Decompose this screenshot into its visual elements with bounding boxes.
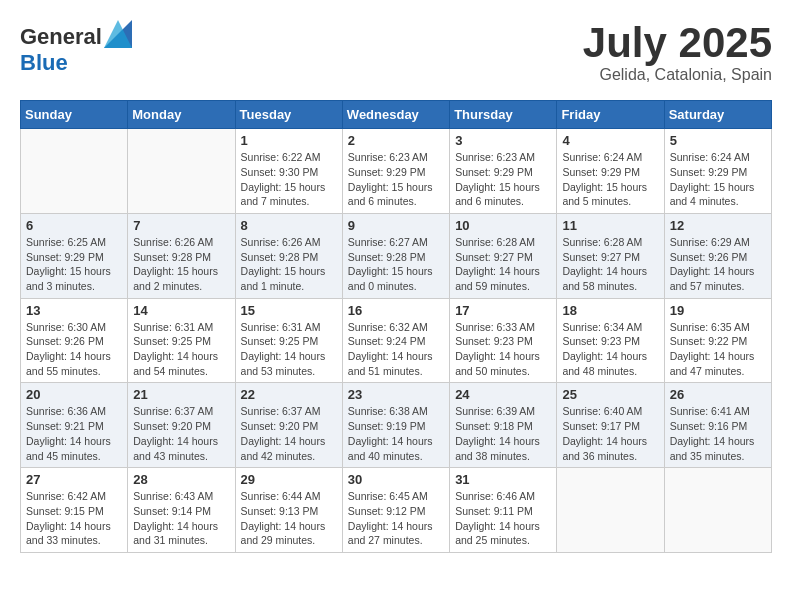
week-row-5: 27Sunrise: 6:42 AM Sunset: 9:15 PM Dayli… bbox=[21, 468, 772, 553]
week-row-1: 1Sunrise: 6:22 AM Sunset: 9:30 PM Daylig… bbox=[21, 129, 772, 214]
month-title: July 2025 bbox=[583, 20, 772, 66]
day-number: 31 bbox=[455, 472, 551, 487]
logo-block: General Blue bbox=[20, 20, 132, 76]
day-number: 26 bbox=[670, 387, 766, 402]
day-info: Sunrise: 6:23 AM Sunset: 9:29 PM Dayligh… bbox=[348, 150, 444, 209]
calendar-cell: 18Sunrise: 6:34 AM Sunset: 9:23 PM Dayli… bbox=[557, 298, 664, 383]
week-row-3: 13Sunrise: 6:30 AM Sunset: 9:26 PM Dayli… bbox=[21, 298, 772, 383]
week-row-2: 6Sunrise: 6:25 AM Sunset: 9:29 PM Daylig… bbox=[21, 213, 772, 298]
day-number: 18 bbox=[562, 303, 658, 318]
day-info: Sunrise: 6:41 AM Sunset: 9:16 PM Dayligh… bbox=[670, 404, 766, 463]
weekday-header-friday: Friday bbox=[557, 101, 664, 129]
day-info: Sunrise: 6:37 AM Sunset: 9:20 PM Dayligh… bbox=[133, 404, 229, 463]
calendar-cell: 2Sunrise: 6:23 AM Sunset: 9:29 PM Daylig… bbox=[342, 129, 449, 214]
week-row-4: 20Sunrise: 6:36 AM Sunset: 9:21 PM Dayli… bbox=[21, 383, 772, 468]
day-number: 6 bbox=[26, 218, 122, 233]
day-number: 13 bbox=[26, 303, 122, 318]
calendar-cell: 17Sunrise: 6:33 AM Sunset: 9:23 PM Dayli… bbox=[450, 298, 557, 383]
day-info: Sunrise: 6:32 AM Sunset: 9:24 PM Dayligh… bbox=[348, 320, 444, 379]
day-number: 8 bbox=[241, 218, 337, 233]
day-number: 22 bbox=[241, 387, 337, 402]
day-info: Sunrise: 6:39 AM Sunset: 9:18 PM Dayligh… bbox=[455, 404, 551, 463]
day-number: 15 bbox=[241, 303, 337, 318]
day-number: 2 bbox=[348, 133, 444, 148]
calendar-cell bbox=[128, 129, 235, 214]
calendar-cell: 29Sunrise: 6:44 AM Sunset: 9:13 PM Dayli… bbox=[235, 468, 342, 553]
calendar-cell: 24Sunrise: 6:39 AM Sunset: 9:18 PM Dayli… bbox=[450, 383, 557, 468]
calendar-cell: 20Sunrise: 6:36 AM Sunset: 9:21 PM Dayli… bbox=[21, 383, 128, 468]
weekday-header-tuesday: Tuesday bbox=[235, 101, 342, 129]
calendar-cell bbox=[21, 129, 128, 214]
weekday-header-saturday: Saturday bbox=[664, 101, 771, 129]
day-info: Sunrise: 6:42 AM Sunset: 9:15 PM Dayligh… bbox=[26, 489, 122, 548]
calendar-cell: 30Sunrise: 6:45 AM Sunset: 9:12 PM Dayli… bbox=[342, 468, 449, 553]
day-info: Sunrise: 6:24 AM Sunset: 9:29 PM Dayligh… bbox=[562, 150, 658, 209]
calendar-cell: 28Sunrise: 6:43 AM Sunset: 9:14 PM Dayli… bbox=[128, 468, 235, 553]
day-number: 30 bbox=[348, 472, 444, 487]
day-number: 14 bbox=[133, 303, 229, 318]
day-info: Sunrise: 6:46 AM Sunset: 9:11 PM Dayligh… bbox=[455, 489, 551, 548]
day-info: Sunrise: 6:33 AM Sunset: 9:23 PM Dayligh… bbox=[455, 320, 551, 379]
calendar-cell: 21Sunrise: 6:37 AM Sunset: 9:20 PM Dayli… bbox=[128, 383, 235, 468]
calendar-cell: 9Sunrise: 6:27 AM Sunset: 9:28 PM Daylig… bbox=[342, 213, 449, 298]
day-info: Sunrise: 6:22 AM Sunset: 9:30 PM Dayligh… bbox=[241, 150, 337, 209]
day-info: Sunrise: 6:38 AM Sunset: 9:19 PM Dayligh… bbox=[348, 404, 444, 463]
calendar-cell: 8Sunrise: 6:26 AM Sunset: 9:28 PM Daylig… bbox=[235, 213, 342, 298]
calendar-cell: 10Sunrise: 6:28 AM Sunset: 9:27 PM Dayli… bbox=[450, 213, 557, 298]
logo: General Blue bbox=[20, 20, 132, 76]
day-info: Sunrise: 6:27 AM Sunset: 9:28 PM Dayligh… bbox=[348, 235, 444, 294]
day-number: 4 bbox=[562, 133, 658, 148]
calendar-cell: 22Sunrise: 6:37 AM Sunset: 9:20 PM Dayli… bbox=[235, 383, 342, 468]
day-info: Sunrise: 6:36 AM Sunset: 9:21 PM Dayligh… bbox=[26, 404, 122, 463]
day-info: Sunrise: 6:26 AM Sunset: 9:28 PM Dayligh… bbox=[133, 235, 229, 294]
day-number: 7 bbox=[133, 218, 229, 233]
calendar-cell: 27Sunrise: 6:42 AM Sunset: 9:15 PM Dayli… bbox=[21, 468, 128, 553]
calendar-cell: 6Sunrise: 6:25 AM Sunset: 9:29 PM Daylig… bbox=[21, 213, 128, 298]
day-info: Sunrise: 6:25 AM Sunset: 9:29 PM Dayligh… bbox=[26, 235, 122, 294]
calendar-cell: 14Sunrise: 6:31 AM Sunset: 9:25 PM Dayli… bbox=[128, 298, 235, 383]
calendar-cell: 5Sunrise: 6:24 AM Sunset: 9:29 PM Daylig… bbox=[664, 129, 771, 214]
weekday-header-thursday: Thursday bbox=[450, 101, 557, 129]
calendar-cell: 13Sunrise: 6:30 AM Sunset: 9:26 PM Dayli… bbox=[21, 298, 128, 383]
calendar-cell: 25Sunrise: 6:40 AM Sunset: 9:17 PM Dayli… bbox=[557, 383, 664, 468]
day-number: 10 bbox=[455, 218, 551, 233]
day-number: 19 bbox=[670, 303, 766, 318]
day-info: Sunrise: 6:31 AM Sunset: 9:25 PM Dayligh… bbox=[133, 320, 229, 379]
logo-icon bbox=[104, 20, 132, 48]
day-number: 27 bbox=[26, 472, 122, 487]
day-number: 5 bbox=[670, 133, 766, 148]
day-info: Sunrise: 6:45 AM Sunset: 9:12 PM Dayligh… bbox=[348, 489, 444, 548]
day-info: Sunrise: 6:23 AM Sunset: 9:29 PM Dayligh… bbox=[455, 150, 551, 209]
day-info: Sunrise: 6:31 AM Sunset: 9:25 PM Dayligh… bbox=[241, 320, 337, 379]
page-header: General Blue July 2025 Gelida, Catalonia… bbox=[20, 20, 772, 84]
day-info: Sunrise: 6:28 AM Sunset: 9:27 PM Dayligh… bbox=[562, 235, 658, 294]
day-number: 16 bbox=[348, 303, 444, 318]
day-info: Sunrise: 6:44 AM Sunset: 9:13 PM Dayligh… bbox=[241, 489, 337, 548]
day-info: Sunrise: 6:26 AM Sunset: 9:28 PM Dayligh… bbox=[241, 235, 337, 294]
calendar-cell bbox=[557, 468, 664, 553]
calendar-cell: 7Sunrise: 6:26 AM Sunset: 9:28 PM Daylig… bbox=[128, 213, 235, 298]
location-title: Gelida, Catalonia, Spain bbox=[583, 66, 772, 84]
calendar-cell: 11Sunrise: 6:28 AM Sunset: 9:27 PM Dayli… bbox=[557, 213, 664, 298]
day-info: Sunrise: 6:30 AM Sunset: 9:26 PM Dayligh… bbox=[26, 320, 122, 379]
day-number: 20 bbox=[26, 387, 122, 402]
logo-text-general: General bbox=[20, 24, 102, 49]
weekday-header-wednesday: Wednesday bbox=[342, 101, 449, 129]
calendar-cell: 3Sunrise: 6:23 AM Sunset: 9:29 PM Daylig… bbox=[450, 129, 557, 214]
day-number: 21 bbox=[133, 387, 229, 402]
day-number: 23 bbox=[348, 387, 444, 402]
title-block: July 2025 Gelida, Catalonia, Spain bbox=[583, 20, 772, 84]
day-info: Sunrise: 6:37 AM Sunset: 9:20 PM Dayligh… bbox=[241, 404, 337, 463]
day-number: 11 bbox=[562, 218, 658, 233]
weekday-header-monday: Monday bbox=[128, 101, 235, 129]
day-info: Sunrise: 6:35 AM Sunset: 9:22 PM Dayligh… bbox=[670, 320, 766, 379]
weekday-header-sunday: Sunday bbox=[21, 101, 128, 129]
day-number: 29 bbox=[241, 472, 337, 487]
day-number: 9 bbox=[348, 218, 444, 233]
logo-text-blue: Blue bbox=[20, 50, 68, 75]
day-info: Sunrise: 6:28 AM Sunset: 9:27 PM Dayligh… bbox=[455, 235, 551, 294]
day-number: 17 bbox=[455, 303, 551, 318]
calendar-cell: 4Sunrise: 6:24 AM Sunset: 9:29 PM Daylig… bbox=[557, 129, 664, 214]
calendar-cell: 15Sunrise: 6:31 AM Sunset: 9:25 PM Dayli… bbox=[235, 298, 342, 383]
weekday-header-row: SundayMondayTuesdayWednesdayThursdayFrid… bbox=[21, 101, 772, 129]
